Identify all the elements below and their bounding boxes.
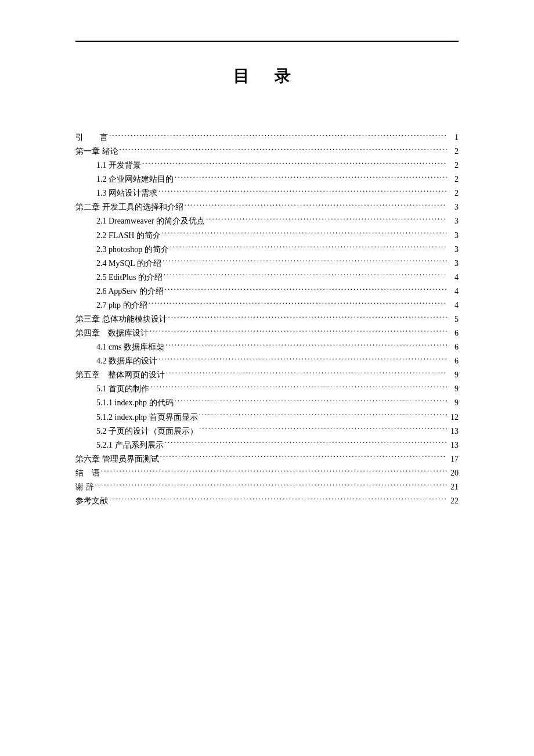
toc-entry: 5.1.2 index.php 首页界面显示12: [75, 411, 459, 424]
toc-leader-dots: [170, 244, 447, 252]
toc-entry-page: 17: [448, 452, 459, 466]
toc-entry-label: 参考文献: [75, 494, 108, 508]
toc-entry: 引 言1: [75, 131, 459, 145]
toc-entry: 5.2.1 产品系列展示13: [75, 438, 459, 452]
toc-leader-dots: [158, 355, 447, 363]
toc-leader-dots: [160, 453, 448, 462]
toc-entry-page: 22: [448, 494, 459, 508]
toc-entry-page: 2: [448, 172, 459, 186]
toc-entry-page: 4: [448, 285, 459, 298]
toc-entry-page: 2: [448, 145, 459, 159]
toc-entry-label: 第三章 总体功能模块设计: [75, 312, 167, 326]
toc-entry: 第三章 总体功能模块设计5: [75, 312, 459, 326]
toc-entry: 第四章 数据库设计6: [75, 326, 459, 340]
toc-leader-dots: [199, 426, 447, 434]
toc-entry: 5.2 子页的设计（页面展示）13: [75, 424, 459, 438]
toc-entry-label: 2.1 Dreamweaver 的简介及优点: [96, 214, 205, 228]
toc-title: 目 录: [75, 65, 459, 87]
toc-entry: 5.1 首页的制作9: [75, 382, 459, 396]
toc-entry-label: 5.2 子页的设计（页面展示）: [96, 424, 198, 438]
toc-entry: 4.2 数据库的设计6: [75, 354, 459, 368]
toc-entry-label: 4.2 数据库的设计: [96, 354, 157, 368]
toc-leader-dots: [95, 481, 448, 489]
document-page: 目 录 引 言1第一章 绪论21.1 开发背景21.2 企业网站建站目的21.3…: [0, 0, 534, 508]
toc-entry: 第二章 开发工具的选择和介绍3: [75, 200, 459, 214]
toc-entry-page: 12: [448, 411, 459, 424]
toc-container: 引 言1第一章 绪论21.1 开发背景21.2 企业网站建站目的21.3 网站设…: [75, 131, 459, 508]
toc-entry-label: 第二章 开发工具的选择和介绍: [75, 200, 183, 214]
toc-entry-label: 谢 辞: [75, 480, 94, 494]
toc-entry: 2.7 php 的介绍4: [75, 298, 459, 312]
toc-entry-page: 9: [448, 396, 459, 410]
toc-entry-page: 6: [448, 340, 459, 354]
toc-leader-dots: [165, 440, 448, 448]
toc-entry-page: 2: [448, 159, 459, 172]
toc-entry-label: 1.3 网站设计需求: [96, 186, 157, 200]
toc-leader-dots: [185, 201, 448, 210]
toc-entry-page: 3: [448, 214, 459, 228]
toc-leader-dots: [163, 258, 447, 266]
toc-entry: 第六章 管理员界面测试17: [75, 452, 459, 466]
toc-leader-dots: [109, 132, 447, 140]
toc-entry-page: 1: [448, 131, 459, 145]
toc-entry: 第五章 整体网页的设计9: [75, 368, 459, 382]
toc-leader-dots: [175, 174, 447, 182]
toc-entry-label: 2.3 photoshop 的简介: [96, 243, 169, 257]
toc-leader-dots: [175, 397, 447, 405]
toc-entry-label: 1.1 开发背景: [96, 159, 141, 172]
toc-entry-label: 2.2 FLASH 的简介: [96, 229, 161, 243]
toc-entry-label: 第六章 管理员界面测试: [75, 452, 159, 466]
toc-leader-dots: [165, 286, 448, 294]
toc-entry-label: 2.5 EditPlus 的介绍: [96, 271, 163, 285]
toc-entry-label: 第四章 数据库设计: [75, 326, 149, 340]
toc-entry-label: 2.7 php 的介绍: [96, 298, 147, 312]
toc-leader-dots: [149, 300, 448, 308]
toc-entry-label: 第五章 整体网页的设计: [75, 368, 165, 382]
toc-entry-label: 5.1.1 index.php 的代码: [96, 396, 174, 410]
toc-leader-dots: [158, 188, 447, 196]
toc-entry: 1.3 网站设计需求2: [75, 186, 459, 200]
toc-leader-dots: [199, 412, 447, 420]
top-divider: [75, 41, 459, 42]
toc-entry: 2.1 Dreamweaver 的简介及优点3: [75, 214, 459, 228]
toc-entry-page: 3: [448, 243, 459, 257]
toc-entry: 参考文献22: [75, 494, 459, 508]
toc-leader-dots: [166, 369, 447, 377]
toc-entry-page: 3: [448, 229, 459, 243]
toc-entry: 2.6 AppServ 的介绍4: [75, 285, 459, 298]
toc-entry-label: 2.4 MySQL 的介绍: [96, 257, 161, 271]
toc-entry-page: 4: [448, 298, 459, 312]
toc-entry: 2.3 photoshop 的简介3: [75, 243, 459, 257]
toc-entry-page: 4: [448, 271, 459, 285]
toc-entry-page: 5: [448, 312, 459, 326]
toc-entry: 2.5 EditPlus 的介绍4: [75, 271, 459, 285]
toc-entry-label: 结 语: [75, 466, 100, 480]
toc-leader-dots: [101, 467, 447, 476]
toc-entry-label: 5.1 首页的制作: [96, 382, 149, 396]
toc-entry-page: 21: [448, 480, 459, 494]
toc-entry: 2.4 MySQL 的介绍3: [75, 257, 459, 271]
toc-entry: 1.2 企业网站建站目的2: [75, 172, 459, 186]
toc-leader-dots: [142, 160, 447, 168]
toc-leader-dots: [109, 495, 447, 503]
toc-leader-dots: [164, 272, 447, 280]
toc-entry-label: 引 言: [75, 131, 108, 145]
toc-entry-label: 5.2.1 产品系列展示: [96, 438, 164, 452]
toc-entry-label: 2.6 AppServ 的介绍: [96, 285, 164, 298]
toc-entry-page: 3: [448, 257, 459, 271]
toc-entry-page: 13: [448, 438, 459, 452]
toc-entry-label: 1.2 企业网站建站目的: [96, 172, 174, 186]
toc-leader-dots: [150, 327, 447, 336]
toc-entry-page: 13: [448, 424, 459, 438]
toc-entry: 第一章 绪论2: [75, 145, 459, 159]
toc-leader-dots: [162, 230, 447, 238]
toc-entry-label: 5.1.2 index.php 首页界面显示: [96, 411, 198, 424]
toc-entry-page: 6: [448, 326, 459, 340]
toc-leader-dots: [120, 146, 448, 154]
toc-leader-dots: [206, 215, 447, 224]
toc-entry: 结 语20: [75, 466, 459, 480]
toc-leader-dots: [168, 314, 448, 322]
toc-entry: 1.1 开发背景2: [75, 159, 459, 172]
toc-entry: 2.2 FLASH 的简介3: [75, 229, 459, 243]
toc-entry: 4.1 cms 数据库框架6: [75, 340, 459, 354]
